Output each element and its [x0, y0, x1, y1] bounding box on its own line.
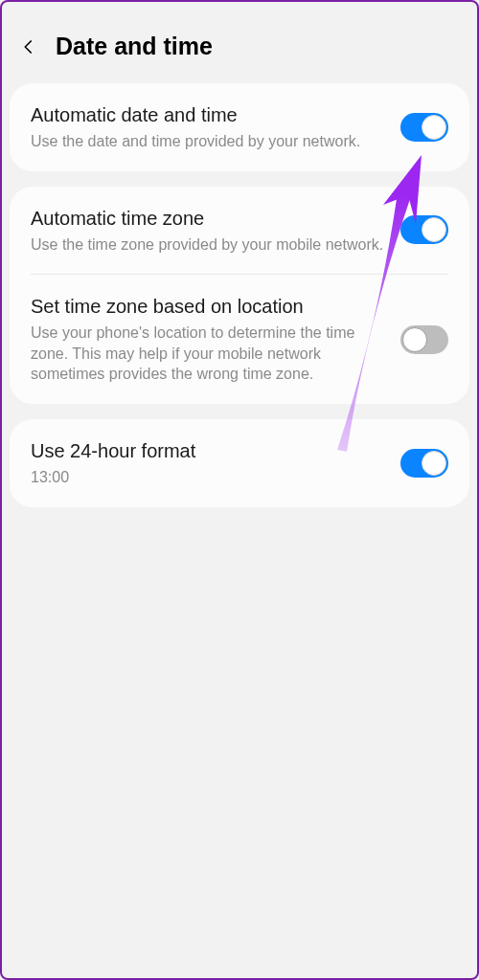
toggle-auto-timezone[interactable] [400, 215, 448, 244]
row-text: Set time zone based on location Use your… [31, 294, 385, 385]
card-timezone: Automatic time zone Use the time zone pr… [10, 187, 469, 404]
row-auto-datetime[interactable]: Automatic date and time Use the date and… [10, 83, 469, 171]
row-text: Automatic time zone Use the time zone pr… [31, 206, 385, 256]
toggle-24-hour[interactable] [400, 449, 448, 478]
row-title: Use 24-hour format [31, 438, 385, 463]
toggle-tz-location[interactable] [400, 325, 448, 354]
row-tz-location[interactable]: Set time zone based on location Use your… [10, 275, 469, 404]
toggle-knob [422, 115, 446, 140]
row-auto-timezone[interactable]: Automatic time zone Use the time zone pr… [10, 187, 469, 275]
row-sub: Use the time zone provided by your mobil… [31, 234, 385, 256]
toggle-auto-datetime[interactable] [400, 113, 448, 142]
row-title: Automatic time zone [31, 206, 385, 231]
back-button[interactable] [17, 35, 40, 58]
row-sub: 13:00 [31, 467, 385, 488]
toggle-knob [422, 451, 446, 476]
page-title: Date and time [56, 33, 213, 60]
card-hour-format: Use 24-hour format 13:00 [10, 419, 469, 507]
toggle-knob [422, 217, 446, 242]
row-text: Use 24-hour format 13:00 [31, 438, 385, 488]
chevron-left-icon [20, 38, 37, 56]
card-auto-datetime: Automatic date and time Use the date and… [10, 83, 469, 171]
header: Date and time [10, 10, 469, 83]
toggle-knob [402, 327, 427, 352]
row-text: Automatic date and time Use the date and… [31, 102, 385, 152]
row-title: Set time zone based on location [31, 294, 385, 319]
row-sub: Use the date and time provided by your n… [31, 131, 385, 152]
row-title: Automatic date and time [31, 102, 385, 127]
row-24-hour[interactable]: Use 24-hour format 13:00 [10, 419, 469, 507]
row-sub: Use your phone's location to determine t… [31, 323, 385, 385]
